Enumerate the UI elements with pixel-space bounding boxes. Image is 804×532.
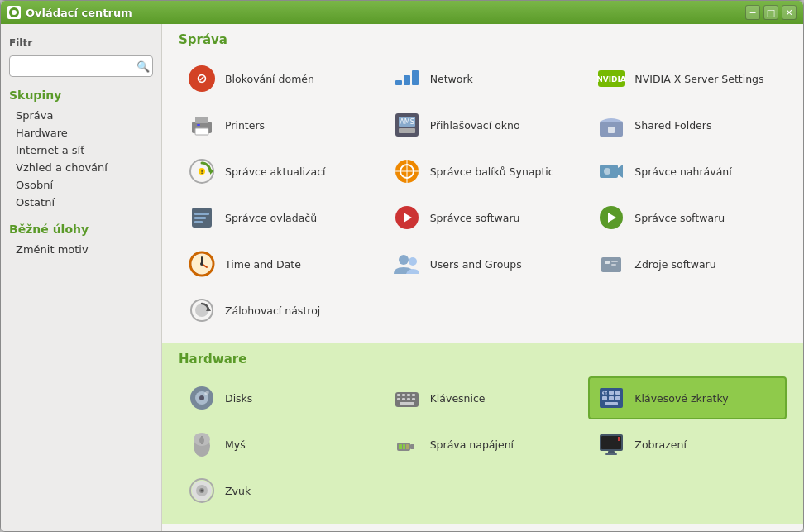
sidebar-item-zmenit-motiv[interactable]: Změnit motiv xyxy=(9,241,153,258)
svg-rect-70 xyxy=(602,396,607,400)
item-napajeni[interactable]: Správa napájení xyxy=(384,423,582,466)
item-zdroje[interactable]: Zdroje softwaru xyxy=(588,242,787,285)
zobrazeni-icon xyxy=(596,429,626,459)
shortcuts-label: Klávesové zkratky xyxy=(634,392,728,405)
section-hardware-header: Hardware xyxy=(179,352,787,368)
svg-rect-64 xyxy=(400,402,414,405)
item-users[interactable]: Users and Groups xyxy=(384,242,582,285)
svg-text:Ctrl: Ctrl xyxy=(601,391,610,395)
svg-rect-6 xyxy=(412,70,419,85)
svg-rect-11 xyxy=(195,128,208,135)
blokovani-icon: ⊘ xyxy=(187,64,217,93)
zvuk-icon xyxy=(187,476,217,506)
svg-rect-82 xyxy=(406,444,409,449)
svg-rect-61 xyxy=(402,398,405,400)
svg-rect-45 xyxy=(605,261,610,264)
nvidia-icon: NVIDIA xyxy=(596,64,626,93)
printers-label: Printers xyxy=(225,119,265,132)
klavesnice-label: Klávesnice xyxy=(430,392,486,405)
svg-text:⊘: ⊘ xyxy=(196,70,207,86)
mys-label: Myš xyxy=(225,439,246,451)
search-button[interactable]: 🔍 xyxy=(136,60,150,73)
svg-rect-56 xyxy=(397,394,400,396)
sidebar-item-ostatni[interactable]: Ostatní xyxy=(9,194,153,211)
minimize-button[interactable]: − xyxy=(745,5,760,20)
svg-rect-30 xyxy=(194,213,209,215)
svg-rect-47 xyxy=(611,264,616,266)
svg-rect-58 xyxy=(407,394,410,396)
zalohovaci-icon xyxy=(187,295,217,325)
svg-rect-18 xyxy=(608,127,615,133)
svg-rect-72 xyxy=(615,396,620,400)
printers-icon xyxy=(187,110,217,140)
filter-label: Filtr xyxy=(9,37,153,49)
prihlasovaci-icon: AMS xyxy=(392,110,422,140)
svg-text:NVIDIA: NVIDIA xyxy=(597,75,627,84)
item-printers[interactable]: Printers xyxy=(179,103,377,146)
sidebar-item-sprava[interactable]: Správa xyxy=(9,107,153,124)
network-label: Network xyxy=(430,73,473,85)
item-network[interactable]: Network xyxy=(384,57,582,100)
svg-rect-73 xyxy=(605,402,618,405)
item-timedate[interactable]: Time and Date xyxy=(179,242,377,285)
sidebar-item-internet[interactable]: Internet a síť xyxy=(9,141,153,159)
disks-label: Disks xyxy=(225,392,252,405)
item-shared[interactable]: Shared Folders xyxy=(588,103,787,146)
sprava-grid: ⊘ Blokování domén xyxy=(179,57,787,332)
synaptic-label: Správce balíků Synaptic xyxy=(430,165,554,178)
item-blokovani[interactable]: ⊘ Blokování domén xyxy=(179,57,377,100)
svg-rect-4 xyxy=(395,80,402,85)
sidebar-item-osobni[interactable]: Osobní xyxy=(9,176,153,194)
svg-rect-79 xyxy=(410,444,414,449)
shared-icon xyxy=(596,110,626,140)
svg-point-77 xyxy=(199,437,204,443)
item-zvuk[interactable]: Zvuk xyxy=(179,469,377,512)
item-mys[interactable]: Myš xyxy=(179,423,377,466)
item-softwaru2[interactable]: Správce softwaru xyxy=(588,196,787,239)
item-zobrazeni[interactable]: Zobrazení xyxy=(588,423,787,466)
item-klavesove-zkratky[interactable]: Ctrl Klávesové zkratky xyxy=(588,376,787,419)
zdroje-icon xyxy=(596,249,626,279)
svg-rect-10 xyxy=(195,117,208,123)
item-klavesnice[interactable]: Klávesnice xyxy=(384,376,582,419)
item-aktualizaci[interactable]: ! Správce aktualizací xyxy=(179,150,377,193)
timedate-label: Time and Date xyxy=(225,258,301,271)
sidebar-item-vzhled[interactable]: Vzhled a chování xyxy=(9,159,153,176)
close-button[interactable]: ✕ xyxy=(782,5,797,20)
prihlasovaci-label: Přihlašovací okno xyxy=(430,119,520,132)
skupiny-label: Skupiny xyxy=(9,89,153,102)
svg-rect-5 xyxy=(404,75,410,85)
app-icon xyxy=(7,6,21,19)
svg-rect-31 xyxy=(194,217,206,219)
svg-point-43 xyxy=(409,257,417,266)
item-ovladacu[interactable]: Správce ovladačů xyxy=(179,196,377,239)
softwaru2-label: Správce softwaru xyxy=(634,212,725,224)
sidebar-item-hardware[interactable]: Hardware xyxy=(9,124,153,141)
item-nahravani[interactable]: Správce nahrávání xyxy=(588,150,787,193)
disks-icon xyxy=(187,383,217,413)
item-disks[interactable]: Disks xyxy=(179,376,377,419)
right-panel: Správa ⊘ Blokování domén xyxy=(162,24,803,531)
nvidia-label: NVIDIA X Server Settings xyxy=(634,73,763,85)
item-nvidia[interactable]: NVIDIA NVIDIA X Server Settings xyxy=(588,57,787,100)
aktualizaci-label: Správce aktualizací xyxy=(225,165,326,178)
users-icon xyxy=(392,249,422,279)
svg-rect-85 xyxy=(608,451,615,453)
window-title: Ovládací centrum xyxy=(26,7,745,19)
item-softwaru1[interactable]: Správce softwaru xyxy=(384,196,582,239)
synaptic-icon xyxy=(392,156,422,186)
item-zalohovaci[interactable]: Zálohovací nástroj xyxy=(179,289,377,332)
section-sprava: Správa ⊘ Blokování domén xyxy=(162,24,803,343)
search-input[interactable] xyxy=(9,55,153,77)
zalohovaci-label: Zálohovací nástroj xyxy=(225,304,320,317)
svg-rect-46 xyxy=(611,261,618,262)
item-synaptic[interactable]: Správce balíků Synaptic xyxy=(384,150,582,193)
item-prihlasovaci[interactable]: AMS Přihlašovací okno xyxy=(384,103,582,146)
shared-label: Shared Folders xyxy=(634,119,711,132)
maximize-button[interactable]: □ xyxy=(763,5,778,20)
hardware-grid: Disks xyxy=(179,376,787,512)
shortcuts-icon: Ctrl xyxy=(596,383,626,413)
titlebar: Ovládací centrum − □ ✕ xyxy=(1,1,803,24)
sidebar: Filtr 🔍 Skupiny Správa Hardware Internet… xyxy=(1,24,162,531)
section-sprava-header: Správa xyxy=(179,32,787,49)
